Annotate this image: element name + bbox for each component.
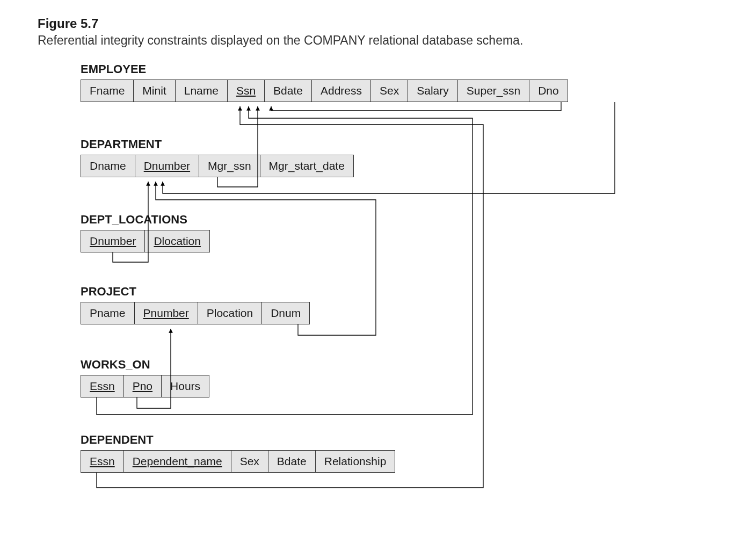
project-col-plocation: Plocation bbox=[198, 302, 262, 324]
employee-col-lname: Lname bbox=[176, 80, 228, 102]
figure-caption: Referential integrity constraints displa… bbox=[38, 33, 523, 48]
dependent-table: Essn Dependent_name Sex Bdate Relationsh… bbox=[81, 450, 395, 473]
employee-col-superssn: Super_ssn bbox=[458, 80, 529, 102]
department-col-dname: Dname bbox=[81, 155, 135, 177]
workson-col-pno: Pno bbox=[124, 375, 162, 397]
project-col-pname: Pname bbox=[81, 302, 135, 324]
workson-col-hours: Hours bbox=[162, 375, 209, 397]
employee-table: Fname Minit Lname Ssn Bdate Address Sex … bbox=[81, 79, 568, 102]
employee-col-minit: Minit bbox=[134, 80, 175, 102]
employee-col-dno: Dno bbox=[529, 80, 568, 102]
deptloc-col-dnumber: Dnumber bbox=[81, 230, 145, 252]
department-title: DEPARTMENT bbox=[81, 138, 162, 151]
employee-col-ssn: Ssn bbox=[228, 80, 265, 102]
project-table: Pname Pnumber Plocation Dnum bbox=[81, 302, 310, 324]
dependent-col-essn: Essn bbox=[81, 451, 124, 472]
employee-col-fname: Fname bbox=[81, 80, 134, 102]
deptloc-title: DEPT_LOCATIONS bbox=[81, 213, 187, 227]
workson-col-essn: Essn bbox=[81, 375, 124, 397]
project-col-dnum: Dnum bbox=[262, 302, 309, 324]
dependent-col-bdate: Bdate bbox=[268, 451, 316, 472]
workson-title: WORKS_ON bbox=[81, 358, 150, 372]
employee-col-address: Address bbox=[312, 80, 371, 102]
deptloc-table: Dnumber Dlocation bbox=[81, 230, 210, 252]
dependent-col-sex: Sex bbox=[231, 451, 268, 472]
dependent-title: DEPENDENT bbox=[81, 433, 154, 447]
employee-col-sex: Sex bbox=[371, 80, 408, 102]
employee-col-bdate: Bdate bbox=[265, 80, 312, 102]
project-title: PROJECT bbox=[81, 285, 136, 299]
figure-label: Figure 5.7 bbox=[38, 16, 98, 31]
employee-col-salary: Salary bbox=[408, 80, 458, 102]
employee-title: EMPLOYEE bbox=[81, 62, 146, 76]
fk-dno-dnumber bbox=[163, 102, 615, 193]
fk-workson-essn-ssn bbox=[97, 106, 473, 415]
project-col-pnumber: Pnumber bbox=[135, 302, 198, 324]
fk-superssn-ssn bbox=[271, 102, 561, 111]
dependent-col-relationship: Relationship bbox=[316, 451, 395, 472]
workson-table: Essn Pno Hours bbox=[81, 375, 209, 397]
deptloc-col-dlocation: Dlocation bbox=[145, 230, 209, 252]
department-col-dnumber: Dnumber bbox=[135, 155, 199, 177]
dependent-col-depname: Dependent_name bbox=[124, 451, 231, 472]
department-table: Dname Dnumber Mgr_ssn Mgr_start_date bbox=[81, 155, 354, 177]
department-col-mgrssn: Mgr_ssn bbox=[199, 155, 260, 177]
department-col-mgrstart: Mgr_start_date bbox=[260, 155, 353, 177]
